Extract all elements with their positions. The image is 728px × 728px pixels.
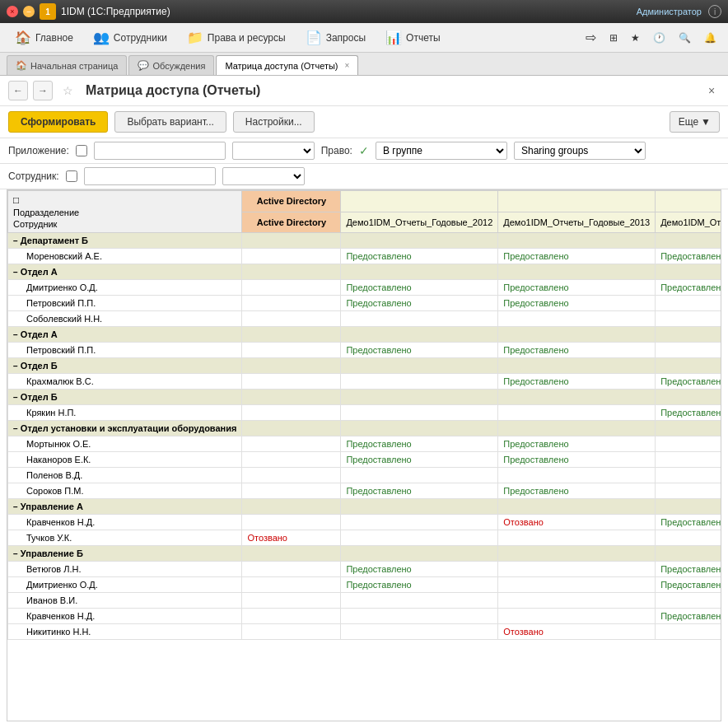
expand-icon[interactable]: − bbox=[13, 268, 18, 277]
settings-button[interactable]: Настройки... bbox=[233, 111, 315, 133]
tab-matrix[interactable]: Матрица доступа (Отчеты) × bbox=[216, 55, 358, 75]
menu-grid-icon[interactable]: ⊞ bbox=[604, 29, 623, 47]
cell-name: Мореновский А.Е. bbox=[8, 249, 242, 264]
cell-c3 bbox=[656, 452, 721, 468]
expand-icon[interactable]: − bbox=[13, 502, 18, 511]
back-button[interactable]: ← bbox=[8, 81, 28, 100]
expand-icon[interactable]: − bbox=[13, 330, 18, 339]
cell-name: Кравченков Н.Д. bbox=[8, 515, 242, 530]
cell-c2 bbox=[498, 593, 656, 609]
menu-requests[interactable]: 📄 Запросы bbox=[297, 26, 374, 49]
rights-icon: 📁 bbox=[187, 30, 203, 45]
emp-row: Ветюгов Л.Н.ПредоставленоПредоставлено bbox=[8, 562, 722, 577]
favorite-button[interactable]: ☆ bbox=[58, 81, 77, 100]
right-filter-select[interactable]: В группе bbox=[376, 142, 507, 160]
page-close-button[interactable]: × bbox=[703, 82, 720, 99]
menu-bar: 🏠 Главное 👥 Сотрудники 📁 Права и ресурсы… bbox=[0, 23, 728, 53]
cell-name: Тучков У.К. bbox=[8, 530, 242, 546]
window-close-button[interactable]: × bbox=[7, 6, 18, 17]
cell-c2 bbox=[498, 468, 656, 483]
expand-icon[interactable]: − bbox=[13, 549, 18, 558]
cell-name: Иванов В.И. bbox=[8, 593, 242, 609]
cell-c2: Предоставлено bbox=[498, 483, 656, 499]
emp-row: Поленов В.Д. bbox=[8, 468, 722, 483]
cell-ad bbox=[242, 390, 341, 405]
tab-close-icon[interactable]: × bbox=[345, 61, 350, 70]
cell-c2 bbox=[498, 577, 656, 593]
cell-ad bbox=[242, 593, 341, 609]
menu-reports[interactable]: 📊 Отчеты bbox=[377, 26, 448, 49]
forward-button[interactable]: → bbox=[33, 81, 53, 100]
cell-c3 bbox=[656, 483, 721, 499]
cell-c2 bbox=[498, 421, 656, 436]
cell-c1: Предоставлено bbox=[341, 577, 498, 593]
expand-icon[interactable]: − bbox=[13, 424, 18, 433]
expand-icon[interactable]: − bbox=[13, 236, 18, 245]
app-filter-select[interactable] bbox=[232, 142, 315, 160]
cell-name: Петровский П.П. bbox=[8, 343, 242, 358]
emp-row: Крякин Н.П.ПредоставленоПредоставлено bbox=[8, 405, 722, 421]
cell-c3 bbox=[656, 624, 721, 640]
menu-favorite-icon[interactable]: ★ bbox=[626, 29, 645, 47]
collapse-icon[interactable]: □ bbox=[13, 194, 19, 206]
expand-icon[interactable]: − bbox=[13, 393, 18, 402]
cell-c2 bbox=[498, 499, 656, 515]
emp-row: Сороков П.М.ПредоставленоПредоставлено bbox=[8, 483, 722, 499]
form-button[interactable]: Сформировать bbox=[8, 111, 108, 133]
more-button[interactable]: Еще ▼ bbox=[670, 111, 720, 133]
cell-ad bbox=[242, 452, 341, 468]
cell-name: Наканоров Е.К. bbox=[8, 452, 242, 468]
cell-ad bbox=[242, 624, 341, 640]
menu-home[interactable]: 🏠 Главное bbox=[7, 26, 82, 49]
title-bar-right: Администратор i bbox=[637, 5, 721, 18]
emp-filter-input[interactable] bbox=[84, 167, 216, 185]
cell-c1 bbox=[341, 390, 498, 405]
app-filter-input[interactable] bbox=[94, 142, 226, 160]
cell-name: Поленов В.Д. bbox=[8, 468, 242, 483]
cell-c3: Предоставлено bbox=[656, 609, 721, 624]
requests-icon: 📄 bbox=[306, 30, 322, 45]
emp-header: Сотрудник bbox=[13, 219, 236, 229]
expand-icon[interactable]: − bbox=[13, 362, 18, 371]
cell-ad bbox=[242, 577, 341, 593]
tab-matrix-label: Матрица доступа (Отчеты) bbox=[225, 61, 338, 71]
cell-c2: Предоставлено bbox=[498, 452, 656, 468]
window-min-button[interactable]: – bbox=[23, 6, 35, 17]
th-col2-top bbox=[498, 191, 656, 212]
emp-filter-select[interactable] bbox=[222, 167, 305, 185]
info-icon[interactable]: i bbox=[708, 5, 721, 18]
th-ad: Active Directory bbox=[242, 191, 341, 212]
cell-c3 bbox=[656, 311, 721, 327]
cell-name: −Отдел А bbox=[8, 327, 242, 343]
cell-name: Крякин Н.П. bbox=[8, 405, 242, 421]
dept-row: −Отдел установки и эксплуатации оборудов… bbox=[8, 421, 722, 436]
home-icon: 🏠 bbox=[15, 30, 31, 45]
sharing-group-select[interactable]: Sharing groups bbox=[514, 142, 646, 160]
menu-bell-icon[interactable]: 🔔 bbox=[699, 29, 721, 47]
menu-transfer-icon[interactable]: ⇨ bbox=[581, 26, 601, 49]
cell-c3 bbox=[656, 530, 721, 546]
menu-rights-label: Права и ресурсы bbox=[208, 32, 286, 44]
cell-c2 bbox=[498, 546, 656, 562]
page-title: Матрица доступа (Отчеты) bbox=[86, 83, 260, 98]
menu-search-icon[interactable]: 🔍 bbox=[674, 29, 696, 47]
cell-c2 bbox=[498, 264, 656, 280]
tab-discussions[interactable]: 💬 Обсуждения bbox=[128, 55, 214, 75]
menu-rights[interactable]: 📁 Права и ресурсы bbox=[179, 26, 294, 49]
cell-name: Сороков П.М. bbox=[8, 483, 242, 499]
filter-bar-2: Сотрудник: bbox=[0, 164, 728, 189]
emp-filter-checkbox[interactable] bbox=[66, 170, 77, 182]
cell-c1 bbox=[341, 593, 498, 609]
cell-c2 bbox=[498, 390, 656, 405]
dept-row: −Департамент Б bbox=[8, 233, 722, 249]
table-container[interactable]: □ Подразделение Сотрудник Active Directo… bbox=[7, 189, 721, 721]
menu-history-icon[interactable]: 🕐 bbox=[648, 29, 670, 47]
right-filter-label: Право: bbox=[321, 145, 352, 156]
cell-c3: Предоставлено bbox=[656, 374, 721, 390]
cell-ad bbox=[242, 296, 341, 311]
menu-employees[interactable]: 👥 Сотрудники bbox=[85, 26, 175, 49]
admin-link[interactable]: Администратор bbox=[637, 7, 702, 16]
tab-home[interactable]: 🏠 Начальная страница bbox=[7, 55, 127, 75]
variant-button[interactable]: Выбрать вариант... bbox=[114, 111, 226, 133]
app-filter-checkbox[interactable] bbox=[76, 145, 87, 156]
